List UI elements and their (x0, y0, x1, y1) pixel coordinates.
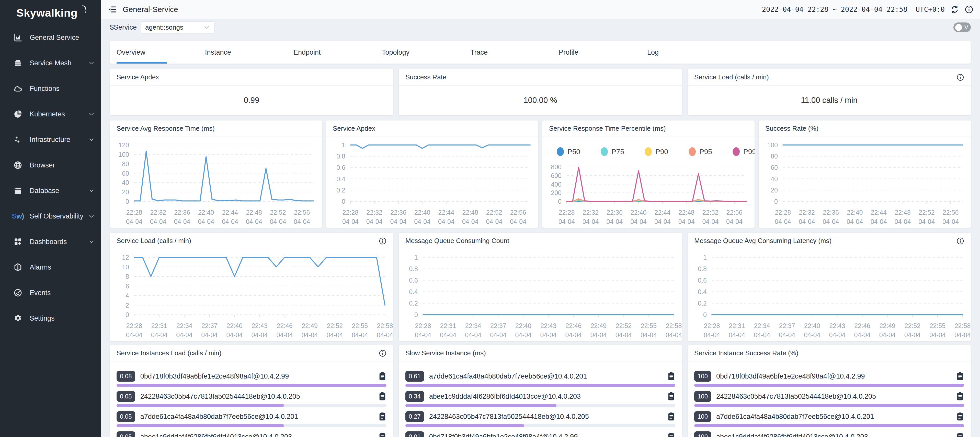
sidebar-item-functions[interactable]: Functions (0, 76, 101, 101)
card-header: Service Load (calls / min) (110, 233, 393, 249)
sidebar-item-alarms[interactable]: Alarms (0, 255, 101, 280)
svg-text:0.2: 0.2 (409, 300, 418, 307)
clipboard-icon[interactable] (667, 412, 675, 421)
card-title: Service Load (calls / min) (116, 237, 191, 245)
svg-text:P75: P75 (611, 148, 624, 156)
clipboard-icon[interactable] (378, 392, 387, 401)
sidebar-item-self-observability[interactable]: Sw)Self Observability (0, 203, 101, 229)
clipboard-icon[interactable] (378, 372, 387, 381)
card-header: Service Apdex (326, 120, 538, 137)
progress-track (406, 404, 675, 407)
metric-card-service-load-calls-min: Service Load (calls / min)11.00 calls / … (687, 69, 971, 116)
svg-text:10: 10 (122, 263, 129, 271)
sidebar-item-database[interactable]: Database (0, 178, 101, 203)
tab-endpoint[interactable]: Endpoint (287, 41, 375, 63)
clipboard-icon[interactable] (956, 392, 964, 401)
svg-text:04-04: 04-04 (775, 218, 791, 225)
instance-list-card-service-instances-load-calls-min: Service Instances Load (calls / min)0.08… (110, 345, 393, 437)
chart-canvas-mq-consuming-count[interactable]: 00.20.40.60.8122:2804-0422:3104-0422:340… (399, 249, 682, 340)
sidebar-item-label: Functions (30, 85, 60, 93)
sidebar-item-general-service[interactable]: General Service (0, 25, 101, 50)
sidebar-item-events[interactable]: Events (0, 280, 101, 306)
refresh-icon[interactable] (950, 5, 959, 14)
svg-text:04-04: 04-04 (641, 331, 657, 339)
progress-fill (694, 404, 964, 407)
svg-text:04-04: 04-04 (342, 218, 359, 225)
progress-fill (694, 424, 964, 427)
instance-name: a7dde61ca4fa48a4b80dab7f7eeb56ce@10.4.0.… (429, 372, 587, 380)
info-icon[interactable] (379, 237, 387, 245)
instance-name: a7dde61ca4fa48a4b80dab7f7eeb56ce@10.4.0.… (140, 413, 298, 421)
svg-text:0: 0 (126, 198, 129, 205)
info-icon[interactable] (379, 350, 387, 357)
chart-canvas-success-rate[interactable]: 02040608010022:2804-0422:3204-0422:3604-… (759, 137, 971, 227)
chevron-down-icon (88, 213, 95, 219)
time-range[interactable]: 2022-04-04 22:28 ~ 2022-04-04 22:58 UTC+… (762, 5, 945, 13)
app-logo-text: Skywalking (16, 6, 78, 19)
svg-text:04-04: 04-04 (490, 331, 506, 339)
svg-text:120: 120 (118, 141, 129, 149)
svg-text:0.6: 0.6 (698, 277, 707, 284)
svg-text:0.4: 0.4 (336, 175, 345, 182)
svg-text:22:36: 22:36 (390, 209, 406, 216)
clipboard-icon[interactable] (667, 372, 675, 381)
value-badge: 0.05 (116, 391, 135, 402)
svg-text:22:37: 22:37 (779, 322, 795, 329)
chart-canvas-service-load[interactable]: 02468101222:2804-0422:3104-0422:3404-042… (110, 249, 393, 340)
tab-instance[interactable]: Instance (198, 41, 287, 63)
svg-text:04-04: 04-04 (955, 331, 971, 339)
timer-icon (13, 288, 23, 298)
clipboard-icon[interactable] (956, 432, 964, 437)
info-icon[interactable] (956, 73, 964, 81)
svg-text:22:52: 22:52 (486, 209, 502, 216)
service-select[interactable]: agent::songs (141, 21, 215, 33)
svg-text:22:58: 22:58 (666, 322, 682, 329)
tab-topology[interactable]: Topology (375, 41, 464, 63)
list-item: 0.05abee1c9dddaf4f6286fbf6dfd4013cce@10.… (116, 431, 387, 437)
svg-text:04-04: 04-04 (415, 331, 431, 339)
clipboard-icon[interactable] (378, 412, 387, 421)
clipboard-icon[interactable] (378, 432, 387, 437)
svg-text:400: 400 (551, 181, 562, 188)
chart-canvas-response-time-percentile[interactable]: 020040060080022:2804-0422:3204-0422:3604… (542, 137, 754, 227)
sidebar-item-settings[interactable]: Settings (0, 306, 101, 331)
sidebar-item-dashboards[interactable]: Dashboards (0, 229, 101, 255)
svg-text:22:36: 22:36 (174, 209, 190, 216)
clipboard-icon[interactable] (956, 412, 964, 421)
tab-overview[interactable]: Overview (110, 41, 198, 63)
tab-log[interactable]: Log (641, 41, 729, 63)
info-icon[interactable] (965, 5, 974, 14)
clipboard-icon[interactable] (667, 432, 675, 437)
svg-text:22:37: 22:37 (490, 322, 506, 329)
svg-text:0.6: 0.6 (336, 164, 345, 171)
svg-text:0.8: 0.8 (409, 265, 418, 272)
chart-canvas-avg-response-time[interactable]: 02040608010012022:2804-0422:3204-0422:36… (110, 137, 322, 227)
page-title: General-Service (123, 5, 178, 14)
info-icon[interactable] (956, 237, 964, 245)
sidebar-item-infrastructure[interactable]: Infrastructure (0, 127, 101, 152)
sidebar-item-kubernetes[interactable]: Kubernetes (0, 101, 101, 127)
svg-text:22:49: 22:49 (302, 322, 318, 329)
auto-refresh-toggle[interactable]: V (953, 22, 971, 32)
svg-text:22:28: 22:28 (775, 209, 791, 216)
chart-canvas-mq-consuming-latency[interactable]: 00.20.40.60.8122:2804-0422:3104-0422:340… (687, 249, 971, 340)
sidebar-item-browser[interactable]: Browser (0, 152, 101, 178)
card-header: Slow Service Instance (ms) (399, 345, 682, 361)
tab-trace[interactable]: Trace (464, 41, 552, 63)
clipboard-icon[interactable] (667, 392, 675, 401)
clipboard-icon[interactable] (956, 372, 964, 381)
svg-text:04-04: 04-04 (804, 331, 820, 339)
tab-profile[interactable]: Profile (552, 41, 641, 63)
svg-text:0: 0 (703, 311, 707, 318)
svg-text:04-04: 04-04 (366, 218, 383, 225)
progress-fill (116, 404, 284, 407)
sidebar-item-service-mesh[interactable]: Service Mesh (0, 50, 101, 76)
svg-text:22:58: 22:58 (377, 322, 393, 329)
progress-fill (116, 384, 387, 387)
svg-text:22:32: 22:32 (582, 209, 599, 216)
svg-text:04-04: 04-04 (462, 218, 479, 225)
svg-text:04-04: 04-04 (176, 331, 192, 339)
chart-canvas-service-apdex[interactable]: 00.20.40.60.8122:2804-0422:3204-0422:360… (326, 137, 538, 227)
sidebar-collapse-icon[interactable] (108, 5, 117, 14)
card-header: Service Load (calls / min) (687, 69, 971, 86)
